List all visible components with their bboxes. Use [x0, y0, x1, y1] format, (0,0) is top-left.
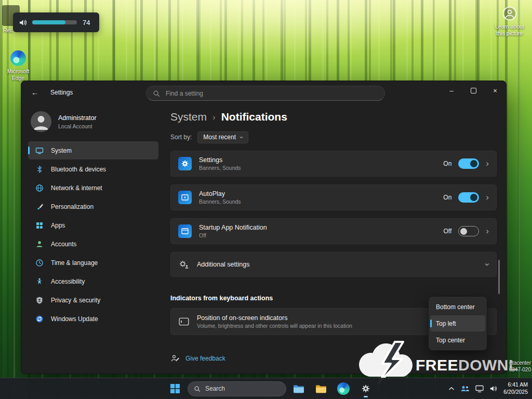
sidebar-item-label: Network & internet	[51, 184, 102, 192]
notification-card-autoplay[interactable]: AutoPlay Banners, Sounds On ›	[170, 184, 497, 210]
give-feedback-label: Give feedback	[185, 355, 225, 362]
search-input[interactable]	[165, 89, 378, 98]
sidebar-item-privacy[interactable]: Privacy & security	[28, 291, 158, 309]
position-card-title: Position of on-screen indicators	[197, 314, 352, 322]
people-icon	[460, 385, 470, 392]
folder-button[interactable]	[311, 379, 331, 398]
toggle-state-label: Off	[444, 228, 452, 235]
volume-value: 74	[83, 19, 90, 26]
accessibility-icon	[35, 277, 44, 286]
bluetooth-icon	[35, 165, 44, 174]
spotlight-label: Learn about this picture	[491, 23, 528, 37]
chevron-right-icon: ›	[486, 192, 489, 203]
taskbar-clock[interactable]: 6:41 AM 6/20/2025	[503, 381, 528, 395]
edge-button[interactable]	[334, 379, 353, 398]
autoplay-notifications-toggle[interactable]	[458, 192, 479, 203]
clock-icon	[35, 259, 44, 267]
recycle-bin-label: Rec	[3, 27, 13, 33]
maximize-button[interactable]	[462, 81, 484, 100]
sidebar-item-personalization[interactable]: Personalization	[28, 197, 158, 216]
avatar	[31, 111, 51, 132]
folder-icon	[315, 383, 327, 394]
toggle-state-label: On	[443, 160, 451, 167]
monitor-icon	[475, 385, 484, 393]
update-icon	[35, 315, 44, 323]
speaker-icon	[489, 385, 498, 392]
titlebar: ← Settings – ×	[21, 81, 506, 105]
sidebar-item-label: Windows Update	[51, 315, 98, 323]
sort-value: Most recent	[203, 134, 236, 141]
close-button[interactable]: ×	[484, 81, 506, 100]
brush-icon	[35, 203, 44, 211]
account-row[interactable]: Administrator Local Account	[31, 111, 165, 132]
sidebar-item-accessibility[interactable]: Accessibility	[28, 272, 158, 290]
additional-settings-row[interactable]: Additional settings ›	[170, 252, 497, 277]
toggle-state-label: On	[443, 194, 451, 201]
desktop-icon-edge[interactable]: Microsoft Edge	[3, 50, 33, 81]
taskbar-search[interactable]: Search	[188, 381, 286, 396]
settings-search[interactable]	[146, 86, 385, 101]
settings-gear-tile-icon	[178, 157, 192, 170]
tray-display[interactable]	[475, 385, 484, 393]
notification-card-settings[interactable]: Settings Banners, Sounds On ›	[170, 151, 497, 177]
search-icon	[153, 90, 160, 97]
settings-app-button[interactable]	[356, 379, 376, 398]
shield-icon	[35, 296, 44, 304]
sidebar-item-accounts[interactable]: Accounts	[28, 235, 158, 253]
on-screen-indicator-icon	[178, 316, 190, 327]
back-button[interactable]: ←	[26, 85, 43, 100]
sidebar: Administrator Local Account System Bluet…	[21, 105, 165, 374]
sidebar-item-label: Privacy & security	[51, 297, 100, 304]
startup-notifications-toggle[interactable]	[458, 226, 479, 236]
settings-notifications-toggle[interactable]	[458, 158, 479, 169]
chevron-down-icon: ›	[482, 263, 493, 266]
tray-volume[interactable]	[489, 385, 498, 392]
notification-card-startup[interactable]: Startup App Notification Off Off ›	[170, 218, 497, 244]
sidebar-item-system[interactable]: System	[28, 141, 158, 159]
minimize-button[interactable]: –	[441, 81, 462, 100]
sidebar-item-label: Time & language	[51, 259, 98, 267]
volume-slider[interactable]	[32, 20, 77, 24]
breadcrumb-system[interactable]: System	[170, 111, 207, 123]
edition-watermark-text: etacenter 6347-020	[509, 360, 531, 373]
breadcrumb: System › Notifications	[170, 109, 502, 125]
person-circle-icon	[502, 6, 517, 21]
sidebar-item-bluetooth[interactable]: Bluetooth & devices	[28, 160, 158, 178]
sidebar-item-label: Personalization	[51, 203, 94, 210]
file-explorer-button[interactable]	[289, 379, 309, 398]
sidebar-item-network[interactable]: Network & internet	[28, 179, 158, 197]
flyout-item-bottom-center[interactable]: Bottom center	[430, 299, 485, 315]
volume-slider-fill	[32, 20, 65, 24]
card-subtitle: Banners, Sounds	[199, 198, 241, 205]
sidebar-item-apps[interactable]: Apps	[28, 216, 158, 234]
position-card-subtitle: Volume, brightness and other controls wi…	[197, 323, 352, 329]
sidebar-item-windows-update[interactable]: Windows Update	[28, 310, 158, 328]
card-title: Startup App Notification	[199, 224, 267, 231]
autoplay-tile-icon	[178, 191, 192, 204]
card-subtitle: Banners, Sounds	[199, 165, 241, 171]
tray-chevron-up[interactable]	[448, 387, 455, 391]
windows-logo-icon	[170, 384, 180, 393]
chevron-right-icon: ›	[212, 111, 216, 123]
tray-people[interactable]	[460, 385, 470, 392]
sidebar-item-time-language[interactable]: Time & language	[28, 254, 158, 272]
edge-icon-label: Microsoft Edge	[3, 68, 33, 81]
additional-settings-label: Additional settings	[197, 261, 249, 268]
apps-grid-icon	[35, 221, 44, 230]
window-title: Settings	[50, 89, 73, 96]
sidebar-item-label: Apps	[51, 222, 65, 229]
sidebar-item-label: System	[51, 147, 72, 154]
maximize-icon	[471, 88, 476, 94]
scrollbar[interactable]	[498, 260, 500, 294]
spotlight-learn-more[interactable]: Learn about this picture	[491, 6, 528, 37]
gear-people-icon	[178, 259, 190, 270]
gear-icon	[361, 384, 370, 393]
flyout-item-top-left[interactable]: Top left	[430, 315, 485, 331]
clock-date: 6/20/2025	[503, 389, 528, 396]
sidebar-item-label: Accounts	[51, 241, 76, 248]
taskbar: Search	[0, 378, 532, 399]
start-button[interactable]	[165, 379, 185, 398]
clock-time: 6:41 AM	[503, 381, 528, 389]
feedback-person-icon	[170, 354, 180, 363]
sort-dropdown[interactable]: Most recent ›	[197, 131, 248, 143]
